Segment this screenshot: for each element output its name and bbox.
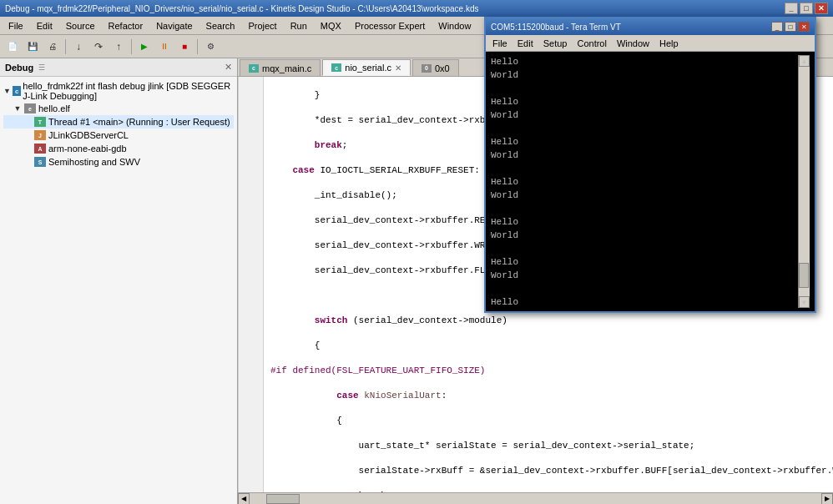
tera-term-content: Hello World Hello World Hello World Hell… xyxy=(491,55,798,308)
tt-menu-edit[interactable]: Edit xyxy=(512,37,538,50)
tt-scrollbar-up[interactable]: ▲ xyxy=(799,55,810,67)
tree-item-jlink[interactable]: ▶ J JLinkGDBServerCL xyxy=(3,129,234,142)
toolbar-settings[interactable]: ⚙ xyxy=(201,38,220,56)
tab-icon-0x0: 0 xyxy=(422,64,432,73)
tree-item-arm[interactable]: ▶ A arm-none-eabi-gdb xyxy=(3,142,234,155)
tree-arrow-elf[interactable]: ▼ xyxy=(13,104,22,113)
code-line-15: uart_state_t* serialState = serial_dev_c… xyxy=(270,440,833,452)
debug-tree: ▼ c hello_frdmk22f int flash debug jlink… xyxy=(0,77,237,504)
h-scrollbar-track[interactable] xyxy=(250,493,821,505)
tree-icon-semi: S xyxy=(33,156,47,168)
line-num-4 xyxy=(242,114,260,127)
line-num-1 xyxy=(242,77,260,89)
tree-icon-elf: e xyxy=(23,103,37,114)
tree-label-thread: Thread #1 <main> (Running : User Request… xyxy=(48,117,230,127)
toolbar-save[interactable]: 💾 xyxy=(23,38,42,56)
tera-term-title-bar: COM5:115200baud - Tera Term VT _ □ ✕ xyxy=(486,18,815,35)
tt-scrollbar-down[interactable]: ▼ xyxy=(799,296,810,308)
tt-menu-file[interactable]: File xyxy=(487,37,512,50)
toolbar-debug-step-into[interactable]: ↓ xyxy=(69,38,88,56)
tree-arrow-arm[interactable]: ▶ xyxy=(23,144,32,153)
minimize-button[interactable]: _ xyxy=(785,3,798,14)
line-num-8 xyxy=(242,164,260,177)
code-line-11: { xyxy=(270,340,833,352)
toolbar-run[interactable]: ▶ xyxy=(135,38,154,56)
tab-close-nio-serial[interactable]: ✕ xyxy=(395,63,401,73)
code-line-12: #if defined(FSL_FEATURE_UART_FIFO_SIZE) xyxy=(270,365,833,377)
tt-scrollbar-thumb[interactable] xyxy=(799,263,809,288)
tree-arrow-jlink[interactable]: ▶ xyxy=(23,131,32,139)
line-num-12 xyxy=(242,214,260,227)
debug-panel: Debug ☰ ✕ ▼ c hello_frdmk22f int flash d… xyxy=(0,58,238,504)
tt-menu-window[interactable]: Window xyxy=(612,37,654,50)
line-numbers xyxy=(239,77,264,492)
tt-minimize-button[interactable]: _ xyxy=(771,22,783,32)
tree-label-jlink: JLinkGDBServerCL xyxy=(48,130,129,140)
maximize-button[interactable]: □ xyxy=(800,3,813,14)
menu-processor-expert[interactable]: Processor Expert xyxy=(348,18,432,33)
tree-item-root[interactable]: ▼ c hello_frdmk22f int flash debug jlink… xyxy=(3,80,234,102)
line-num-9 xyxy=(242,177,260,189)
tt-menu-help[interactable]: Help xyxy=(654,37,684,50)
toolbar-sep-1 xyxy=(65,39,66,54)
tt-menu-control[interactable]: Control xyxy=(572,37,611,50)
code-left-margin xyxy=(238,77,239,492)
tree-icon-jlink: J xyxy=(33,129,47,141)
tt-menu-setup[interactable]: Setup xyxy=(538,37,573,50)
tera-term-scrollbar: ▲ ▼ xyxy=(798,55,810,308)
menu-project[interactable]: Project xyxy=(241,18,283,33)
tab-icon-mqx-main: c xyxy=(249,64,259,73)
toolbar-debug-step-over[interactable]: ↷ xyxy=(89,38,108,56)
tt-close-button[interactable]: ✕ xyxy=(798,22,810,32)
h-scrollbar-left[interactable]: ◀ xyxy=(238,493,250,505)
line-num-15 xyxy=(242,252,260,265)
toolbar-stop[interactable]: ■ xyxy=(175,38,194,56)
tree-arrow-semi[interactable]: ▶ xyxy=(23,158,32,166)
tab-label-nio-serial: nio_serial.c xyxy=(345,63,391,73)
window-controls: _ □ ✕ xyxy=(785,3,828,14)
line-num-10 xyxy=(242,189,260,202)
tab-mqx-main[interactable]: c mqx_main.c xyxy=(240,59,321,76)
tree-icon-root: c xyxy=(13,86,21,96)
code-line-13: case kNioSerialUart: xyxy=(270,390,833,402)
menu-file[interactable]: File xyxy=(2,18,30,33)
toolbar-suspend[interactable]: ⏸ xyxy=(155,38,174,56)
menu-navigate[interactable]: Navigate xyxy=(149,18,199,33)
window-title: Debug - mqx_frdmk22f/Peripheral_NIO_Driv… xyxy=(5,4,478,13)
debug-panel-icon: ☰ xyxy=(38,63,45,72)
tree-label-root: hello_frdmk22f int flash debug jlink [GD… xyxy=(23,81,234,101)
line-num-6 xyxy=(242,139,260,152)
menu-edit[interactable]: Edit xyxy=(30,18,59,33)
menu-refactor[interactable]: Refactor xyxy=(102,18,150,33)
toolbar-sep-3 xyxy=(197,39,198,54)
tree-item-semi[interactable]: ▶ S Semihosting and SWV xyxy=(3,155,234,169)
debug-panel-header: Debug ☰ ✕ xyxy=(0,58,237,77)
tree-item-elf[interactable]: ▼ e hello.elf xyxy=(3,102,234,115)
menu-run[interactable]: Run xyxy=(284,18,314,33)
tree-arrow-root[interactable]: ▼ xyxy=(3,87,11,95)
toolbar-debug-step-return[interactable]: ↑ xyxy=(109,38,128,56)
tab-label-mqx-main: mqx_main.c xyxy=(262,63,311,73)
tree-item-thread[interactable]: ▶ T Thread #1 <main> (Running : User Req… xyxy=(3,115,234,129)
line-num-2 xyxy=(242,89,260,102)
menu-source[interactable]: Source xyxy=(59,18,102,33)
h-scrollbar-thumb[interactable] xyxy=(266,494,300,504)
h-scrollbar-right[interactable]: ▶ xyxy=(821,493,833,505)
tera-term-terminal[interactable]: Hello World Hello World Hello World Hell… xyxy=(486,52,815,311)
close-button[interactable]: ✕ xyxy=(815,3,828,14)
menu-window[interactable]: Window xyxy=(432,18,477,33)
tree-label-arm: arm-none-eabi-gdb xyxy=(48,144,127,154)
tera-term-title: COM5:115200baud - Tera Term VT xyxy=(491,23,621,32)
tt-maximize-button[interactable]: □ xyxy=(785,22,796,32)
toolbar-new[interactable]: 📄 xyxy=(3,38,22,56)
menu-mqx[interactable]: MQX xyxy=(314,18,348,33)
tree-icon-thread: T xyxy=(33,116,47,128)
tab-nio-serial[interactable]: c nio_serial.c ✕ xyxy=(322,59,411,76)
line-num-16 xyxy=(242,265,260,277)
tree-arrow-thread[interactable]: ▶ xyxy=(23,118,32,126)
tt-scrollbar-track[interactable] xyxy=(799,67,810,296)
toolbar-print[interactable]: 🖨 xyxy=(43,38,62,56)
debug-panel-close[interactable]: ✕ xyxy=(225,62,232,73)
tab-0x0[interactable]: 0 0x0 xyxy=(412,59,459,76)
menu-search[interactable]: Search xyxy=(199,18,242,33)
